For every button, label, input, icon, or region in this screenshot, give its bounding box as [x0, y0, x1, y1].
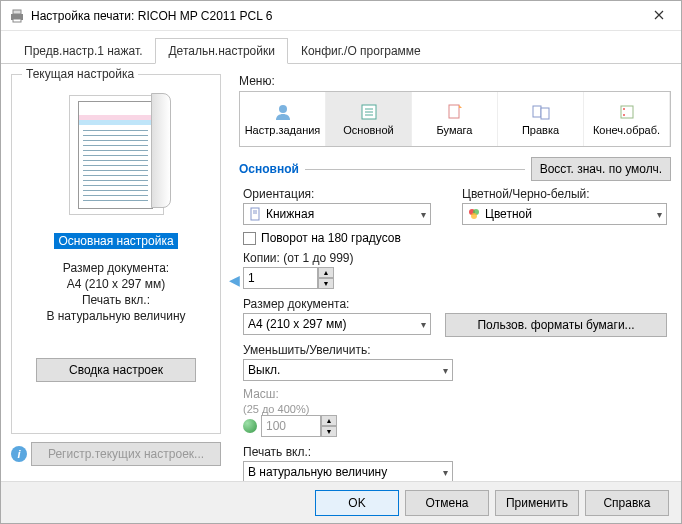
copies-label: Копии: (от 1 до 999) — [243, 251, 667, 265]
section-title: Основной — [239, 162, 299, 176]
tab-config[interactable]: Конфиг./О программе — [288, 38, 434, 64]
basic-icon — [358, 103, 380, 121]
spin-up: ▲ — [321, 415, 337, 426]
rotate-180-label: Поворот на 180 градусов — [261, 231, 401, 245]
help-button[interactable]: Справка — [585, 490, 669, 516]
menu-label: Меню: — [239, 74, 671, 88]
apply-button[interactable]: Применить — [495, 490, 579, 516]
reset-defaults-button[interactable]: Восст. знач. по умолч. — [531, 157, 671, 181]
printer-icon — [9, 8, 25, 24]
custom-paper-button[interactable]: Пользов. форматы бумаги... — [445, 313, 667, 337]
scale-range: (25 до 400%) — [243, 403, 667, 415]
doc-size-value: A4 (210 x 297 мм) — [20, 277, 212, 291]
tab-preset[interactable]: Предв.настр.1 нажат. — [11, 38, 155, 64]
register-settings-button[interactable]: Регистр.текущих настроек... — [31, 442, 221, 466]
spin-up[interactable]: ▲ — [318, 267, 334, 278]
copies-spinner[interactable]: ▲▼ — [243, 267, 667, 289]
color-mode-label: Цветной/Черно-белый: — [462, 187, 667, 201]
svg-point-13 — [623, 114, 625, 116]
close-icon — [654, 10, 664, 20]
svg-point-3 — [279, 105, 287, 113]
current-settings-group: Текущая настройка Основная настройка Раз… — [11, 74, 221, 434]
print-on-label: Печать вкл.: — [20, 293, 212, 307]
menu-basic[interactable]: Основной — [326, 92, 412, 146]
svg-rect-11 — [621, 106, 633, 118]
print-on-select[interactable]: В натуральную величину ▾ — [243, 461, 453, 483]
ok-button[interactable]: OK — [315, 490, 399, 516]
scale-label: Масш: — [243, 387, 667, 401]
edit-icon — [530, 103, 552, 121]
svg-rect-9 — [533, 106, 541, 117]
chevron-down-icon: ▾ — [443, 467, 448, 478]
printon-label: Печать вкл.: — [243, 445, 667, 459]
chevron-down-icon: ▾ — [443, 365, 448, 376]
svg-rect-1 — [13, 10, 21, 14]
menu-edit[interactable]: Правка — [498, 92, 584, 146]
paper-icon — [444, 103, 466, 121]
menu-toolbar: Настр.задания Основной Бумага Правка Кон… — [239, 91, 671, 147]
menu-finishing[interactable]: Конеч.обраб. — [584, 92, 670, 146]
chevron-down-icon: ▾ — [657, 209, 662, 220]
preset-name-highlight: Основная настройка — [54, 233, 177, 249]
divider — [305, 169, 525, 170]
zoom-label: Уменьшить/Увеличить: — [243, 343, 667, 357]
spin-down[interactable]: ▼ — [318, 278, 334, 289]
tab-bar: Предв.настр.1 нажат. Детальн.настройки К… — [1, 31, 681, 64]
svg-rect-2 — [13, 19, 21, 22]
svg-rect-10 — [541, 108, 549, 119]
print-on-value: В натуральную величину — [20, 309, 212, 323]
page-preview — [69, 95, 164, 215]
chevron-down-icon: ▾ — [421, 319, 426, 330]
color-mode-select[interactable]: Цветной ▾ — [462, 203, 667, 225]
collapse-arrow-icon[interactable]: ◀ — [229, 74, 239, 485]
color-icon — [467, 207, 481, 221]
svg-point-12 — [623, 108, 625, 110]
orientation-label: Ориентация: — [243, 187, 448, 201]
document-size-select[interactable]: A4 (210 x 297 мм) ▾ — [243, 313, 431, 335]
doc-size-label: Размер документа: — [20, 261, 212, 275]
titlebar: Настройка печати: RICOH MP C2011 PCL 6 — [1, 1, 681, 31]
info-icon: i — [11, 446, 27, 462]
tab-detailed[interactable]: Детальн.настройки — [155, 38, 287, 64]
job-icon — [272, 103, 294, 121]
cancel-button[interactable]: Отмена — [405, 490, 489, 516]
svg-rect-14 — [251, 208, 259, 220]
docsize-label: Размер документа: — [243, 297, 667, 311]
zoom-select[interactable]: Выкл. ▾ — [243, 359, 453, 381]
svg-point-19 — [471, 213, 477, 219]
menu-job-settings[interactable]: Настр.задания — [240, 92, 326, 146]
scale-spinner: ▲▼ — [261, 415, 337, 437]
menu-paper[interactable]: Бумага — [412, 92, 498, 146]
scale-input — [261, 415, 321, 437]
copies-input[interactable] — [243, 267, 318, 289]
portrait-icon — [248, 207, 262, 221]
summary-button[interactable]: Сводка настроек — [36, 358, 196, 382]
group-title: Текущая настройка — [22, 67, 138, 81]
chevron-down-icon: ▾ — [421, 209, 426, 220]
svg-rect-8 — [449, 105, 459, 118]
globe-icon — [243, 419, 257, 433]
spin-down: ▼ — [321, 426, 337, 437]
orientation-select[interactable]: Книжная ▾ — [243, 203, 431, 225]
window-title: Настройка печати: RICOH MP C2011 PCL 6 — [31, 9, 673, 23]
rotate-180-checkbox[interactable] — [243, 232, 256, 245]
finish-icon — [616, 103, 638, 121]
close-button[interactable] — [637, 1, 681, 29]
dialog-footer: OK Отмена Применить Справка — [1, 481, 681, 523]
